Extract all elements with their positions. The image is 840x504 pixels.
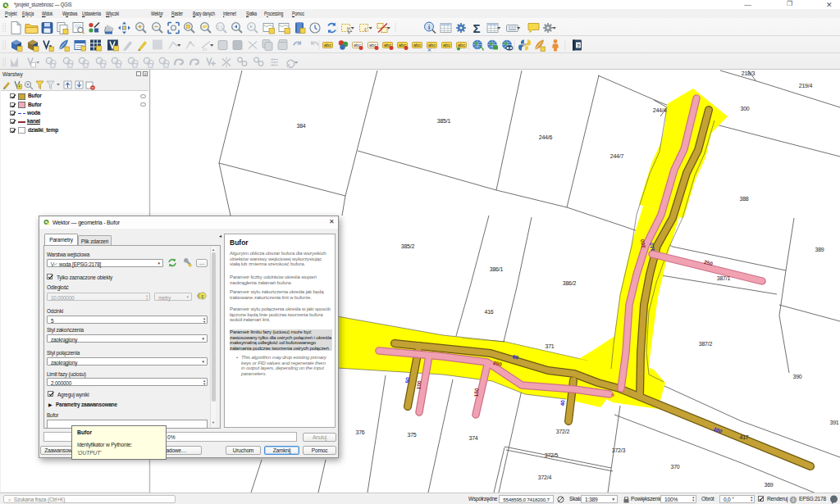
- svg-text:389: 389: [815, 247, 824, 252]
- svg-text:244/7: 244/7: [610, 153, 624, 159]
- svg-text:387/1: 387/1: [717, 275, 731, 281]
- svg-text:387/2: 387/2: [699, 341, 713, 347]
- svg-text:244/6: 244/6: [539, 134, 553, 140]
- svg-text:218/3: 218/3: [742, 70, 756, 76]
- svg-text:abc: abc: [458, 43, 465, 48]
- svg-text:abc: abc: [428, 43, 436, 48]
- svg-text:150: 150: [473, 388, 480, 397]
- svg-text:300: 300: [740, 106, 749, 111]
- svg-text:376: 376: [355, 429, 364, 435]
- svg-text:385/2: 385/2: [401, 243, 415, 249]
- svg-text:244/4: 244/4: [653, 107, 667, 113]
- svg-text:372/3: 372/3: [612, 447, 626, 453]
- svg-text:374: 374: [468, 435, 477, 441]
- svg-text:100: 100: [416, 380, 422, 390]
- svg-text:abc: abc: [413, 43, 421, 48]
- svg-text:388: 388: [739, 196, 748, 202]
- svg-text:369: 369: [764, 482, 773, 488]
- svg-text:386/2: 386/2: [563, 280, 577, 286]
- svg-text:372/2: 372/2: [556, 429, 570, 434]
- svg-text:417: 417: [739, 434, 748, 440]
- svg-text:386/1: 386/1: [490, 266, 504, 272]
- svg-text:Σ: Σ: [472, 21, 480, 35]
- svg-text:390: 390: [792, 374, 801, 379]
- svg-text:1:1: 1:1: [217, 25, 223, 30]
- svg-text:abc: abc: [443, 43, 450, 48]
- svg-text:372/4: 372/4: [538, 474, 552, 480]
- svg-text:370: 370: [670, 464, 679, 470]
- svg-text:385/1: 385/1: [437, 118, 451, 124]
- svg-text:abc: abc: [324, 43, 331, 48]
- svg-text:ε: ε: [201, 293, 203, 299]
- svg-text:391: 391: [829, 420, 838, 425]
- svg-text:371: 371: [545, 343, 554, 349]
- svg-text:416: 416: [484, 309, 493, 315]
- svg-text:40: 40: [559, 399, 566, 406]
- svg-text:?: ?: [577, 43, 580, 48]
- svg-text:110: 110: [648, 242, 655, 252]
- svg-text:300: 300: [639, 238, 646, 248]
- svg-text:372/5: 372/5: [545, 452, 559, 458]
- svg-text:384: 384: [296, 123, 305, 129]
- svg-text:fx: fx: [203, 46, 208, 52]
- svg-text:375: 375: [407, 432, 416, 438]
- svg-text:50: 50: [404, 376, 411, 383]
- svg-text:219/4: 219/4: [799, 83, 813, 89]
